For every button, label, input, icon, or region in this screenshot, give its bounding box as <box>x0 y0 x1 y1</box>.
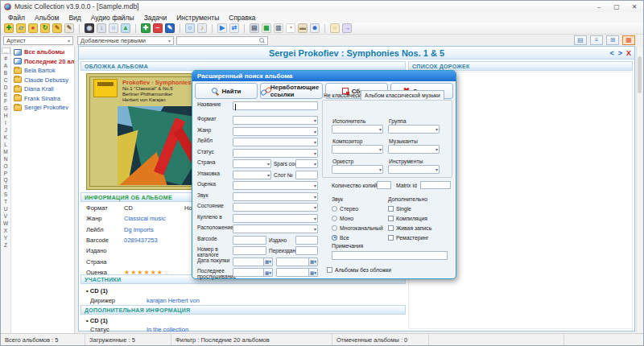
info-value[interactable]: 0289437253 <box>124 237 158 247</box>
checkbox-icon[interactable] <box>388 216 394 221</box>
field-12-extra-input[interactable] <box>295 236 318 245</box>
field-0-input[interactable] <box>233 101 318 110</box>
new-collection-icon[interactable]: ✚ <box>4 23 14 33</box>
menu-item-2[interactable]: Вид <box>64 14 85 22</box>
remove-album-icon[interactable]: − <box>153 23 163 33</box>
alpha-F[interactable]: F <box>4 98 7 105</box>
report-view-icon[interactable]: ▤ <box>574 35 587 45</box>
close-detail-button[interactable]: X <box>626 49 631 57</box>
calendar-picker-icon[interactable]: ▦▾ <box>308 258 317 266</box>
field-6-extra-control[interactable] <box>295 171 318 179</box>
classical-field-4-select[interactable]: ▾ <box>332 165 383 174</box>
print-icon[interactable]: ▤ <box>250 23 259 33</box>
calendar-picker-icon[interactable]: ▦▾ <box>263 269 272 276</box>
participant-name[interactable]: karajan Herbert von <box>147 297 200 304</box>
info-value[interactable]: Classical music <box>124 215 166 225</box>
calendar-picker-icon[interactable]: ▦▾ <box>308 269 317 276</box>
menu-item-0[interactable]: Файл <box>3 14 30 22</box>
alpha-N[interactable]: N <box>4 156 8 163</box>
find-button[interactable]: Найти <box>195 83 258 99</box>
tree-item-3[interactable]: Claude Debussy <box>11 76 74 85</box>
vertical-scrollbar[interactable] <box>636 47 642 332</box>
alpha-K[interactable]: K <box>4 134 7 142</box>
field-9-select[interactable]: ▾ <box>233 203 318 212</box>
classical-field-0-select[interactable]: ▾ <box>332 125 383 134</box>
alpha-Y[interactable]: Y <box>4 235 7 242</box>
tools-collection-icon[interactable]: ✎ <box>52 23 62 33</box>
loans-icon[interactable]: ☻ <box>310 23 320 33</box>
search-files-icon[interactable]: ○ <box>109 23 118 33</box>
notes-input[interactable] <box>332 251 448 260</box>
classical-field-2-select[interactable]: ▾ <box>332 145 383 154</box>
tree-item-2[interactable]: Bela Bartok <box>11 66 74 76</box>
field-7-select[interactable]: ▾ <box>233 181 318 190</box>
alpha-J[interactable]: J <box>4 127 6 134</box>
sound-option-1[interactable]: Моно <box>332 215 353 221</box>
field-8-select[interactable]: ▾ <box>233 192 318 201</box>
alpha-I[interactable]: I <box>5 120 6 127</box>
field-15-date-from[interactable]: ▦▾ <box>233 268 273 277</box>
tree-item-5[interactable]: Frank Sinatra <box>11 94 74 104</box>
field-1-select[interactable]: ▾ <box>233 116 318 125</box>
export-icon[interactable]: ▥ <box>274 23 283 33</box>
alpha-#[interactable]: # <box>4 56 7 63</box>
download-icon[interactable]: ↓ <box>97 23 106 33</box>
checkbox-icon[interactable] <box>388 235 394 241</box>
add-album-icon[interactable]: ✚ <box>141 23 151 33</box>
sound-option-2[interactable]: Многоканальный <box>332 224 383 231</box>
menu-item-3[interactable]: Аудио файлы <box>86 14 139 22</box>
alpha-L[interactable]: L <box>4 142 7 149</box>
sync-collection-icon[interactable]: ↻ <box>40 23 50 33</box>
menu-item-4[interactable]: Задачи <box>139 14 172 22</box>
alpha-E[interactable]: E <box>4 92 7 99</box>
search-input[interactable] <box>177 37 259 44</box>
more-button[interactable]: ... <box>2 47 10 54</box>
field-13-extra-input[interactable] <box>295 246 318 255</box>
alpha-V[interactable]: V <box>4 213 7 220</box>
calendar-picker-icon[interactable]: ▦▾ <box>263 258 272 266</box>
help-icon[interactable]: ○ <box>330 23 340 33</box>
thumbnails-view-icon[interactable]: ⊞ <box>606 35 619 45</box>
alpha-B[interactable]: B <box>4 70 7 77</box>
field-3-select[interactable]: ▾ <box>233 138 318 146</box>
alpha-A[interactable]: A <box>4 63 7 70</box>
list-view-icon[interactable]: ≡ <box>590 35 603 45</box>
prev-album-button[interactable]: < <box>609 49 613 57</box>
no-cover-option[interactable]: Альбомы без обложки <box>327 266 391 273</box>
alpha-X[interactable]: X <box>4 228 7 235</box>
statistics-icon[interactable]: ◔ <box>286 23 295 33</box>
extra-option-1[interactable]: Компиляция <box>388 215 427 221</box>
sound-option-3[interactable]: Все <box>332 234 349 241</box>
minimize-button[interactable]: – <box>590 3 608 10</box>
alpha-T[interactable]: T <box>4 199 7 206</box>
alpha-U[interactable]: U <box>4 206 8 213</box>
status-value[interactable]: In the collection <box>147 326 188 333</box>
field-10-select[interactable]: ▾ <box>233 214 318 223</box>
alpha-C[interactable]: C <box>4 77 8 84</box>
classical-field-3-select[interactable]: ▾ <box>388 145 440 154</box>
classical-field-5-select[interactable]: ▾ <box>388 165 440 174</box>
checkbox-icon[interactable] <box>388 206 394 212</box>
field-14-date-from[interactable]: ▦▾ <box>233 257 273 266</box>
field-2-select[interactable]: ▾ <box>233 127 318 136</box>
sound-option-0[interactable]: Стерео <box>332 205 358 212</box>
alpha-W[interactable]: W <box>3 220 8 228</box>
alpha-D[interactable]: D <box>4 84 8 92</box>
menu-item-5[interactable]: Инструменты <box>171 14 224 22</box>
exit-icon[interactable]: → <box>342 23 352 33</box>
field-13-input[interactable] <box>233 246 266 255</box>
maximize-button[interactable]: ▢ <box>608 3 625 10</box>
extra-option-2[interactable]: Живая запись <box>388 224 431 231</box>
edit-album-icon[interactable]: ✎ <box>165 23 175 33</box>
report-icon[interactable]: ▦ <box>262 23 271 33</box>
cd-rip-icon[interactable]: ◉ <box>85 23 94 33</box>
field-12-input[interactable] <box>233 236 266 245</box>
alpha-S[interactable]: S <box>4 192 7 199</box>
play-icon[interactable]: ▶ <box>217 23 227 33</box>
tiles-view-icon[interactable]: ▦ <box>622 35 635 45</box>
sort-by-select[interactable]: Добавленные первыми ▾ <box>77 36 174 45</box>
field-6-select[interactable]: ▾ <box>233 171 271 179</box>
matrix-id-input[interactable] <box>420 181 451 189</box>
radio-icon[interactable] <box>332 225 337 231</box>
audio-search-icon[interactable]: ♪ <box>197 23 207 33</box>
